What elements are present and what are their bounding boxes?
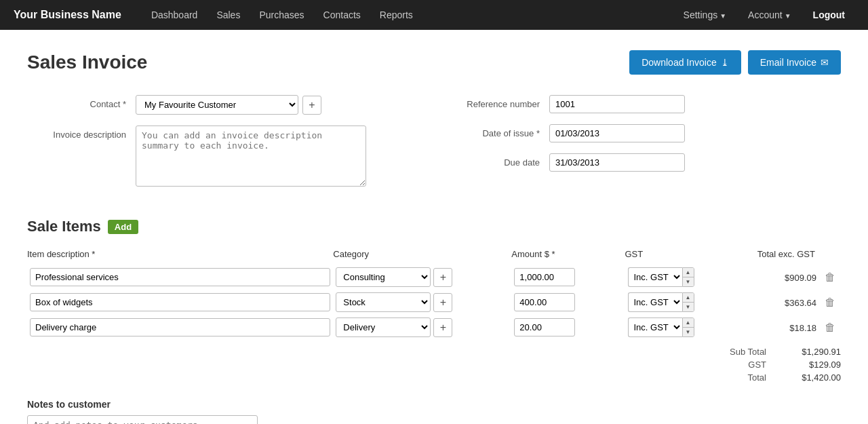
sale-items-table: Item description * Category Amount $ * G…	[27, 246, 841, 340]
item-total-value: $18.18	[789, 323, 816, 333]
category-select[interactable]: Consulting	[336, 267, 431, 287]
due-date-row: Due date	[441, 153, 841, 172]
nav-account[interactable]: Account▼	[738, 0, 801, 30]
nav-settings[interactable]: Settings▼	[674, 0, 736, 30]
amount-input[interactable]	[514, 293, 575, 311]
category-select[interactable]: Stock	[336, 292, 431, 312]
table-row: Delivery + Inc. GST ▲ ▼	[27, 315, 841, 340]
item-desc-cell	[27, 315, 333, 340]
nav-links: Dashboard Sales Purchases Contacts Repor…	[142, 0, 674, 30]
col-header-category: Category	[333, 246, 511, 265]
item-desc-cell	[27, 265, 333, 290]
nav-brand: Your Business Name	[14, 9, 121, 21]
gst-select[interactable]: Inc. GST	[628, 317, 682, 337]
delete-item-button[interactable]: 🗑	[822, 322, 838, 334]
due-date-label: Due date	[441, 153, 549, 168]
download-invoice-button[interactable]: Download Invoice ⤓	[629, 50, 741, 75]
sub-total-row: Sub Total $1,290.91	[712, 347, 841, 357]
nav-logout[interactable]: Logout	[804, 0, 854, 30]
settings-dropdown-arrow: ▼	[719, 12, 726, 20]
date-issue-row: Date of issue *	[441, 124, 841, 142]
item-total-cell: $909.09	[738, 265, 819, 290]
nav-sales[interactable]: Sales	[207, 0, 250, 30]
add-category-button[interactable]: +	[433, 318, 452, 337]
table-header-row: Item description * Category Amount $ * G…	[27, 246, 841, 265]
invoice-description-input[interactable]	[136, 126, 366, 187]
item-total-cell: $18.18	[738, 315, 819, 340]
gst-down-arrow[interactable]: ▼	[683, 303, 694, 311]
item-amount-cell	[511, 265, 625, 290]
nav-dashboard[interactable]: Dashboard	[142, 0, 208, 30]
item-category-cell: Stock +	[333, 290, 511, 315]
contact-select[interactable]: My Favourite Customer	[136, 95, 298, 115]
contact-input-wrap: My Favourite Customer +	[136, 95, 321, 115]
grand-total-row: Total $1,420.00	[712, 372, 841, 383]
ref-number-label: Reference number	[441, 95, 549, 109]
page-header: Sales Invoice Download Invoice ⤓ Email I…	[27, 50, 841, 75]
col-header-gst: GST	[625, 246, 738, 265]
gst-total-label: GST	[712, 360, 766, 370]
gst-arrows: ▲ ▼	[682, 292, 694, 312]
category-wrap: Consulting +	[336, 267, 509, 287]
email-icon: ✉	[821, 57, 829, 68]
item-total-value: $909.09	[785, 273, 816, 283]
item-desc-input[interactable]	[30, 268, 330, 286]
sale-items-header: Sale Items Add	[27, 218, 841, 235]
col-header-delete	[819, 246, 841, 265]
notes-label: Notes to customer	[27, 399, 841, 410]
gst-down-arrow[interactable]: ▼	[683, 328, 694, 336]
header-buttons: Download Invoice ⤓ Email Invoice ✉	[629, 50, 841, 75]
add-category-button[interactable]: +	[433, 268, 452, 287]
email-invoice-button[interactable]: Email Invoice ✉	[748, 50, 841, 75]
delete-item-button[interactable]: 🗑	[822, 271, 838, 284]
ref-number-input[interactable]	[549, 95, 685, 113]
contact-label: Contact *	[27, 95, 136, 109]
item-desc-input[interactable]	[30, 293, 330, 311]
category-wrap: Stock +	[336, 292, 509, 312]
sale-items-title: Sale Items	[27, 218, 101, 235]
item-total-cell: $363.64	[738, 290, 819, 315]
nav-contacts[interactable]: Contacts	[314, 0, 370, 30]
item-desc-cell	[27, 290, 333, 315]
ref-number-row: Reference number	[441, 95, 841, 113]
gst-arrows: ▲ ▼	[682, 267, 694, 287]
invoice-form: Contact * My Favourite Customer + Invoic…	[27, 95, 841, 197]
main-content: Sales Invoice Download Invoice ⤓ Email I…	[0, 30, 868, 424]
gst-total-value: $129.09	[787, 360, 841, 370]
delete-item-button[interactable]: 🗑	[822, 296, 838, 309]
gst-up-arrow[interactable]: ▲	[683, 318, 694, 328]
nav-reports[interactable]: Reports	[370, 0, 422, 30]
date-issue-label: Date of issue *	[441, 124, 549, 138]
date-issue-input[interactable]	[549, 124, 685, 142]
gst-wrap: Inc. GST ▲ ▼	[628, 292, 736, 312]
add-item-button[interactable]: Add	[108, 220, 138, 234]
item-amount-cell	[511, 315, 625, 340]
gst-up-arrow[interactable]: ▲	[683, 268, 694, 277]
nav-purchases[interactable]: Purchases	[250, 0, 313, 30]
gst-total-row: GST $129.09	[712, 360, 841, 370]
category-select[interactable]: Delivery	[336, 317, 431, 337]
invoice-desc-label: Invoice description	[27, 126, 136, 140]
item-desc-input[interactable]	[30, 318, 330, 336]
sub-total-value: $1,290.91	[787, 347, 841, 357]
add-contact-button[interactable]: +	[302, 96, 321, 115]
category-wrap: Delivery +	[336, 317, 509, 337]
item-delete-cell: 🗑	[819, 315, 841, 340]
gst-down-arrow[interactable]: ▼	[683, 277, 694, 286]
col-header-desc: Item description *	[27, 246, 333, 265]
notes-textarea[interactable]	[27, 415, 258, 424]
add-category-button[interactable]: +	[433, 293, 452, 312]
gst-arrows: ▲ ▼	[682, 317, 694, 337]
amount-input[interactable]	[514, 318, 575, 336]
account-dropdown-arrow: ▼	[785, 12, 791, 20]
gst-select[interactable]: Inc. GST	[628, 267, 682, 287]
item-amount-cell	[511, 290, 625, 315]
amount-input[interactable]	[514, 268, 575, 286]
totals-table: Sub Total $1,290.91 GST $129.09 Total $1…	[712, 347, 841, 385]
contact-row: Contact * My Favourite Customer +	[27, 95, 427, 115]
gst-select[interactable]: Inc. GST	[628, 292, 682, 312]
item-delete-cell: 🗑	[819, 290, 841, 315]
invoice-desc-row: Invoice description	[27, 126, 427, 187]
due-date-input[interactable]	[549, 153, 685, 172]
gst-up-arrow[interactable]: ▲	[683, 293, 694, 303]
